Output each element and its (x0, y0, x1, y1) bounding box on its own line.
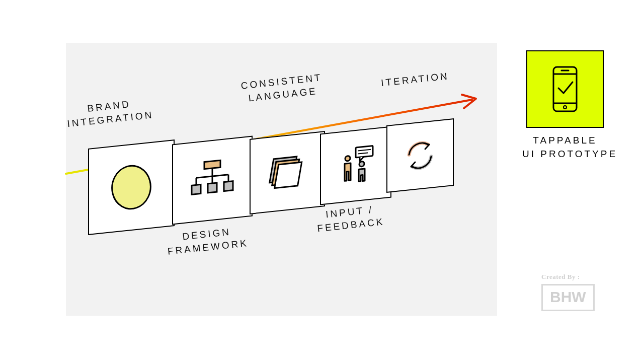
credit-block: Created By : BHW (541, 273, 607, 311)
svg-point-22 (564, 106, 567, 109)
credit-text: Created By : (541, 273, 607, 281)
credit-logo-box: BHW (541, 284, 595, 311)
circle-icon (104, 157, 159, 218)
step-card-brand-integration (88, 139, 175, 235)
svg-rect-13 (275, 162, 302, 188)
step-card-consistent-language (250, 131, 325, 214)
step-card-iteration (386, 118, 454, 193)
result-card (526, 50, 604, 128)
step-card-design-framework (172, 136, 253, 225)
svg-rect-8 (192, 184, 201, 194)
svg-point-1 (108, 160, 155, 214)
svg-point-17 (345, 156, 350, 161)
svg-point-18 (359, 161, 364, 167)
svg-rect-14 (356, 146, 373, 158)
svg-rect-2 (204, 160, 220, 169)
phone-check-icon (547, 64, 583, 114)
svg-rect-9 (208, 183, 217, 193)
credit-logo: BHW (550, 290, 586, 305)
step-card-input-feedback (320, 126, 391, 205)
svg-rect-10 (224, 181, 233, 191)
result-block: TAPPABLE UI PROTOTYPE (522, 50, 608, 161)
result-label: TAPPABLE UI PROTOTYPE (522, 134, 608, 161)
tree-icon (186, 152, 238, 209)
people-icon (332, 139, 380, 192)
cycle-icon (399, 132, 441, 179)
layers-icon (263, 146, 311, 199)
